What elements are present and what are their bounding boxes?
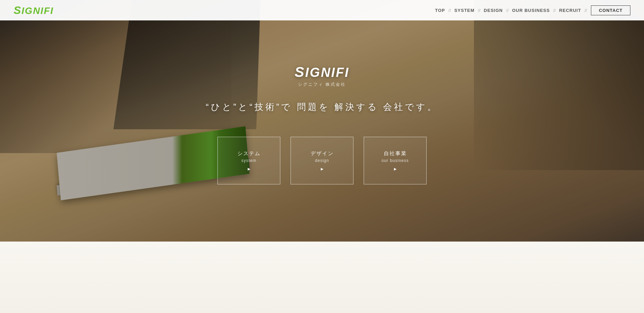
sep-1: //: [448, 8, 451, 13]
bottom-section: [0, 242, 644, 313]
hero-card-our-business[interactable]: 自社事業 our business ▶: [364, 137, 427, 184]
hero-card-system[interactable]: システム system ▶: [217, 137, 280, 184]
system-title-jp: システム: [237, 150, 261, 157]
hero-content: SIGNIFI シグニフィ 株式会社 “ひと”と“技術”で 問題を 解決する 会…: [0, 0, 644, 242]
nav-recruit[interactable]: RECRUIT: [556, 8, 584, 13]
hero-card-design[interactable]: デザイン design ▶: [291, 137, 353, 184]
nav-our-business[interactable]: OUR BUSINESS: [509, 8, 552, 13]
hero-section: SIGNIFI シグニフィ 株式会社 “ひと”と“技術”で 問題を 解決する 会…: [0, 0, 644, 242]
nav-design[interactable]: DESIGN: [481, 8, 506, 13]
sep-3: //: [506, 8, 509, 13]
sep-4: //: [552, 8, 556, 13]
nav-system[interactable]: SYSTEM: [451, 8, 477, 13]
our-business-arrow-icon: ▶: [394, 167, 397, 171]
our-business-title-en: our business: [381, 158, 409, 163]
design-title-jp: デザイン: [311, 150, 334, 157]
nav-top[interactable]: TOP: [432, 8, 448, 13]
header: SIGNIFI TOP // SYSTEM // DESIGN // OUR B…: [0, 0, 644, 20]
logo[interactable]: SIGNIFI: [14, 4, 54, 17]
hero-logo: SIGNIFI: [295, 64, 349, 80]
hero-cards: システム system ▶ デザイン design ▶ 自社事業 our bus…: [217, 137, 427, 184]
design-title-en: design: [315, 158, 329, 163]
hero-subtitle: シグニフィ 株式会社: [298, 82, 346, 87]
contact-button[interactable]: CONTACT: [591, 5, 630, 15]
sep-5: //: [584, 8, 588, 13]
main-nav: TOP // SYSTEM // DESIGN // OUR BUSINESS …: [432, 5, 630, 15]
hero-tagline: “ひと”と“技術”で 問題を 解決する 会社です。: [206, 101, 438, 113]
our-business-title-jp: 自社事業: [384, 150, 407, 157]
design-arrow-icon: ▶: [321, 167, 324, 171]
system-arrow-icon: ▶: [248, 167, 250, 171]
sep-2: //: [477, 8, 481, 13]
system-title-en: system: [241, 158, 256, 163]
